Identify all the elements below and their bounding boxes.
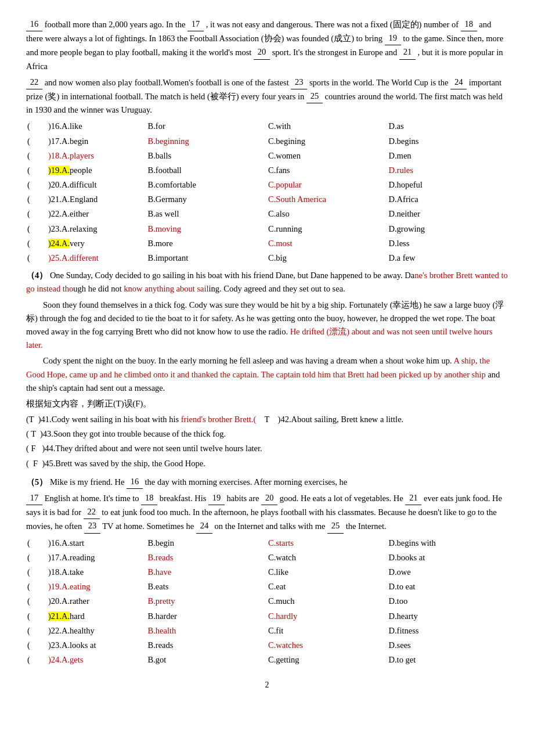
mike-blank-23: 23 bbox=[84, 519, 100, 533]
mike-blank-17: 17 bbox=[26, 491, 42, 505]
mike-blank-20: 20 bbox=[261, 491, 277, 505]
mike-blank-24: 24 bbox=[196, 519, 212, 533]
mike-choice-24: ( )24.A.gets B.got C.getting D.to get bbox=[26, 653, 508, 667]
mike-choice-17: ( )17.A.reading B.reads C.watch D.books … bbox=[26, 550, 508, 565]
blank-22: 22 bbox=[26, 75, 42, 89]
tf-instruction: 根据短文内容，判断正(T)误(F)。 bbox=[26, 397, 508, 411]
sailing-passage: （4） One Sunday, Cody decided to go saili… bbox=[26, 269, 508, 470]
mike-blank-25: 25 bbox=[327, 519, 344, 533]
choice-row-16: ( )16.A.like B.for C.with D.as bbox=[26, 119, 508, 134]
blank-25: 25 bbox=[306, 89, 323, 103]
football-choices: ( )16.A.like B.for C.with D.as ( )17.A.b… bbox=[26, 119, 508, 265]
mike-passage: （5） Mike is my friend. He 16 the day wit… bbox=[26, 475, 508, 667]
choice-row-23: ( )23.A.relaxing B.moving C.running D.gr… bbox=[26, 222, 508, 236]
blank-23: 23 bbox=[291, 75, 307, 89]
blank-20: 20 bbox=[254, 45, 270, 59]
tf-row-43: ( T )43.Soon they got into trouble becau… bbox=[26, 427, 508, 441]
blank-24: 24 bbox=[450, 75, 467, 89]
tf-row-44: ( F )44.They drifted about and were not … bbox=[26, 442, 508, 455]
blank-16-pre: 16 bbox=[26, 17, 42, 31]
blank-21: 21 bbox=[399, 45, 416, 59]
mike-blank-18: 18 bbox=[141, 491, 157, 505]
choice-row-21: ( )21.A.England B.Germany C.South Americ… bbox=[26, 192, 508, 207]
mike-blank-22: 22 bbox=[84, 505, 100, 519]
mike-choice-22: ( )22.A.healthy B.health C.fit D.fitness bbox=[26, 624, 508, 638]
tf-row-41: (T )41.Cody went sailing in his boat wit… bbox=[26, 413, 508, 426]
mike-choice-20: ( )20.A.rather B.pretty C.much D.too bbox=[26, 594, 508, 609]
choice-row-19: ( )19.A.people B.football C.fans D.rules bbox=[26, 163, 508, 178]
mike-p1: （5） Mike is my friend. He 16 the day wit… bbox=[26, 475, 508, 489]
mike-blank-16: 16 bbox=[127, 475, 143, 489]
choice-row-25: ( )25.A.different B.important C.big D.a … bbox=[26, 251, 508, 265]
page-number: 2 bbox=[26, 679, 508, 692]
football-text: 16 football more than 2,000 years ago. I… bbox=[26, 17, 508, 73]
mike-choice-23: ( )23.A.looks at B.reads C.watches D.see… bbox=[26, 638, 508, 653]
tf-row-45: ( F )45.Brett was saved by the ship, the… bbox=[26, 457, 508, 470]
choice-row-20: ( )20.A.difficult B.comfortable C.popula… bbox=[26, 178, 508, 192]
mike-blank-21: 21 bbox=[405, 491, 421, 505]
mike-choice-19: ( )19.A.eating B.eats C.eat D.to eat bbox=[26, 579, 508, 594]
mike-choices: ( )16.A.start B.begin C.starts D.begins … bbox=[26, 536, 508, 668]
sailing-p3: Cody spent the night on the buoy. In the… bbox=[26, 354, 508, 395]
blank-18: 18 bbox=[461, 17, 477, 31]
choice-row-24: ( )24.A.very B.more C.most D.less bbox=[26, 236, 508, 251]
football-text2: 22 and now women also play football.Wome… bbox=[26, 75, 508, 117]
blank-19: 19 bbox=[385, 31, 401, 45]
choice-row-22: ( )22.A.either B.as well C.also D.neithe… bbox=[26, 207, 508, 221]
mike-p2: 17 English at home. It's time to 18 brea… bbox=[26, 491, 508, 534]
mike-choice-18: ( )18.A.take B.have C.like D.owe bbox=[26, 565, 508, 579]
mike-blank-19: 19 bbox=[208, 491, 225, 505]
sailing-p2: Soon they found themselves in a thick fo… bbox=[26, 298, 508, 352]
mike-choice-16: ( )16.A.start B.begin C.starts D.begins … bbox=[26, 536, 508, 550]
mike-choice-21: ( )21.A.hard B.harder C.hardly D.hearty bbox=[26, 609, 508, 624]
sailing-header: （4） One Sunday, Cody decided to go saili… bbox=[26, 269, 508, 296]
blank-17: 17 bbox=[187, 17, 204, 31]
football-passage: 16 football more than 2,000 years ago. I… bbox=[26, 17, 508, 265]
choice-row-17: ( )17.A.begin B.beginning C.begining D.b… bbox=[26, 134, 508, 149]
choice-row-18: ( )18.A.players B.balls C.women D.men bbox=[26, 149, 508, 163]
